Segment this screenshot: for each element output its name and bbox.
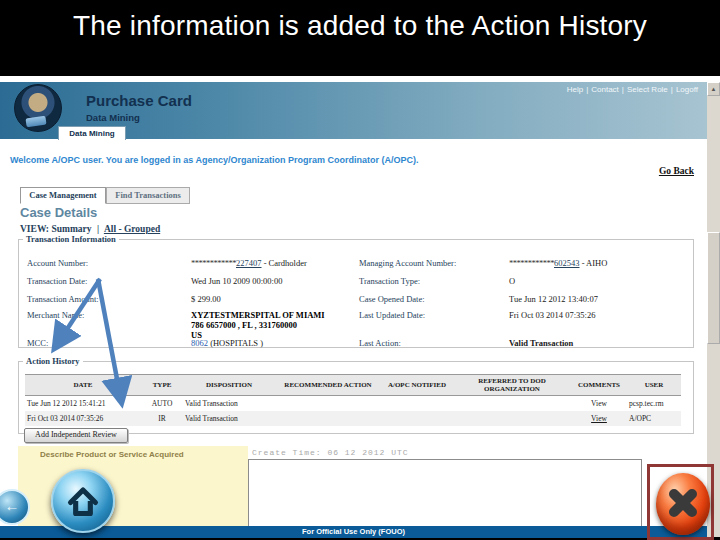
transaction-amount-value: $ 299.00: [191, 294, 221, 304]
field-label: Transaction Type:: [359, 276, 420, 286]
page-title: Case Details: [20, 205, 97, 220]
welcome-message: Welcome A/OPC user. You are logged in as…: [10, 155, 418, 165]
field-label: Managing Account Number:: [359, 258, 456, 268]
cell-user: pcsp.tec.rm: [627, 396, 681, 412]
go-back-link[interactable]: Go Back: [659, 166, 694, 176]
field-label: Case Opened Date:: [359, 294, 425, 304]
table-row: Fri Oct 03 2014 07:35:26 IR Valid Transa…: [25, 411, 681, 426]
case-opened-value: Tue Jun 12 2012 13:40:07: [509, 294, 598, 304]
cell-referred: [453, 396, 571, 412]
tab-case-management[interactable]: Case Management: [20, 187, 106, 204]
logoff-link[interactable]: Logoff: [676, 85, 698, 94]
col-date: DATE: [25, 375, 141, 396]
contact-link[interactable]: Contact: [591, 85, 619, 94]
cell-recommended-action: [275, 411, 381, 426]
last-updated-value: Fri Oct 03 2014 07:35:26: [509, 310, 595, 320]
account-number-value: ************227407 - Cardholder: [191, 258, 307, 268]
field-label: MCC:: [27, 338, 48, 348]
cell-recommended-action: [275, 396, 381, 412]
managing-account-link[interactable]: 602543: [554, 258, 580, 268]
mcc-link[interactable]: 8062: [191, 338, 208, 348]
col-user: USER: [627, 375, 681, 396]
close-x-icon: [666, 486, 700, 520]
scroll-up-icon[interactable]: ▲: [707, 82, 720, 96]
home-button[interactable]: [51, 469, 115, 533]
account-number-link[interactable]: 227407: [236, 258, 262, 268]
select-role-link[interactable]: Select Role: [627, 85, 668, 94]
tab-find-transactions[interactable]: Find Transactions: [106, 187, 190, 204]
table-row: Tue Jun 12 2012 15:41:21 AUTO Valid Tran…: [25, 396, 681, 412]
field-label: Transaction Amount:: [27, 294, 99, 304]
cell-type: AUTO: [141, 396, 183, 412]
table-header-row: DATE TYPE DISPOSITION RECOMMENDED ACTION…: [25, 375, 681, 396]
view-separator: |: [97, 224, 99, 234]
add-independent-review-button[interactable]: Add Independent Review: [24, 428, 128, 443]
describe-label: Describe Product or Service Acquired: [40, 450, 240, 459]
app-subtitle: Data Mining: [86, 112, 140, 123]
nav-separator: |: [586, 85, 588, 94]
top-nav: Help|Contact|Select Role|Logoff: [567, 85, 698, 94]
back-arrow-icon: ←: [5, 497, 20, 514]
field-label: Account Number:: [27, 258, 88, 268]
col-disposition: DISPOSITION: [183, 375, 275, 396]
cell-user: A/OPC: [627, 411, 681, 426]
nav-separator: |: [671, 85, 673, 94]
field-label: Last Updated Date:: [359, 310, 425, 320]
cell-referred: [453, 411, 571, 426]
close-button[interactable]: [656, 473, 710, 535]
cell-aopc-notified: [381, 411, 453, 426]
view-label: VIEW:: [20, 224, 49, 234]
fouo-bar: For Official Use Only (FOUO): [0, 526, 707, 538]
transaction-info-section: Transaction Information Account Number: …: [18, 234, 694, 348]
cell-date: Tue Jun 12 2012 15:41:21: [25, 396, 141, 412]
cell-disposition: Valid Transaction: [183, 411, 275, 426]
action-history-section: Action History DATE TYPE DISPOSITION REC…: [18, 356, 694, 434]
col-aopc-notified: A/OPC NOTIFIED: [381, 375, 453, 396]
tab-data-mining[interactable]: Data Mining: [58, 126, 126, 140]
cell-date: Fri Oct 03 2014 07:35:26: [25, 411, 141, 426]
mcc-value: 8062 (HOSPITALS ): [191, 338, 263, 348]
comments-view-link[interactable]: View: [571, 411, 627, 426]
field-label: Transaction Date:: [27, 276, 87, 286]
col-recommended-action: RECOMMENDED ACTION: [275, 375, 381, 396]
col-referred: REFERRED TO DOD ORGANIZATION: [453, 375, 571, 396]
slide: The information is added to the Action H…: [0, 0, 720, 540]
cell-disposition: Valid Transaction: [183, 396, 275, 412]
cell-aopc-notified: [381, 396, 453, 412]
field-label: Merchant Name:: [27, 310, 84, 320]
field-label: Last Action:: [359, 338, 401, 348]
slide-title: The information is added to the Action H…: [0, 10, 720, 42]
description-textarea[interactable]: [248, 459, 642, 527]
create-time-text: Create Time: 06 12 2012 UTC: [252, 448, 409, 457]
transaction-date-value: Wed Jun 10 2009 00:00:00: [191, 276, 282, 286]
app-screenshot: Purchase Card Data Mining Help|Contact|S…: [0, 76, 720, 537]
help-link[interactable]: Help: [567, 85, 583, 94]
managing-account-value: ************602543 - AIHO: [509, 258, 607, 268]
scrollbar-thumb[interactable]: [707, 232, 720, 344]
last-action-value: Valid Transaction: [509, 338, 573, 348]
app-title: Purchase Card: [86, 92, 192, 109]
comments-view-link[interactable]: View: [571, 396, 627, 412]
transaction-type-value: O: [509, 276, 515, 286]
view-selector: VIEW: Summary | All - Grouped: [20, 224, 160, 234]
action-history-legend: Action History: [23, 356, 83, 366]
view-summary: Summary: [51, 224, 91, 234]
cell-type: IR: [141, 411, 183, 426]
merchant-name-value: XYZTESTMERSPITAL OF MIAMI 786 6657000 , …: [191, 310, 325, 340]
col-comments: COMMENTS: [571, 375, 627, 396]
action-history-table: DATE TYPE DISPOSITION RECOMMENDED ACTION…: [25, 374, 681, 426]
view-all-grouped-link[interactable]: All - Grouped: [104, 224, 160, 234]
home-icon: [61, 479, 105, 523]
col-type: TYPE: [141, 375, 183, 396]
agency-seal-icon: [14, 84, 62, 132]
transaction-info-legend: Transaction Information: [23, 234, 119, 244]
nav-separator: |: [622, 85, 624, 94]
